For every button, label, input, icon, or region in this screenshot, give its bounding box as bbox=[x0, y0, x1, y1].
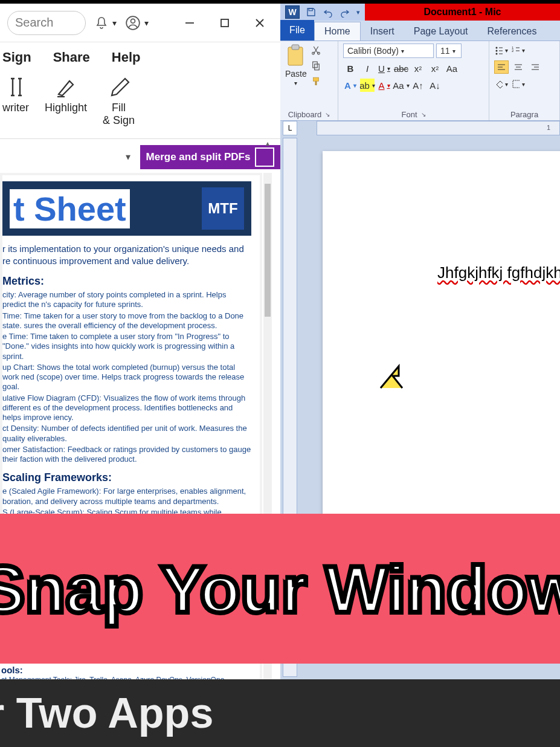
maximize-button[interactable] bbox=[211, 10, 238, 36]
fill-sign-tool[interactable]: Fill & Sign bbox=[103, 75, 135, 127]
strikethrough-button[interactable]: abc bbox=[394, 62, 408, 75]
borders-button[interactable] bbox=[511, 77, 526, 91]
horizontal-ruler[interactable]: 1 bbox=[317, 121, 560, 135]
page-title: t Sheet bbox=[10, 189, 130, 228]
group-label-font[interactable]: Font bbox=[343, 109, 484, 120]
pdf-toolstrip: writer Highlight Fill & Sign bbox=[0, 73, 280, 139]
shading-button[interactable] bbox=[494, 77, 509, 91]
group-clipboard: Paste ▾ Clipboard bbox=[280, 41, 338, 120]
text-effects-button[interactable]: A bbox=[343, 79, 358, 92]
italic-button[interactable]: I bbox=[360, 62, 375, 75]
banner-dropdown[interactable]: ▾ bbox=[126, 151, 130, 163]
save-icon[interactable] bbox=[306, 7, 317, 18]
bell-icon bbox=[94, 16, 109, 30]
align-right-button[interactable] bbox=[528, 60, 542, 74]
format-painter-icon[interactable] bbox=[311, 76, 321, 87]
clipboard-paste-icon bbox=[286, 44, 306, 68]
ruler-tick: 1 bbox=[547, 124, 550, 131]
tab-selector[interactable]: L bbox=[283, 121, 297, 135]
overlay-bottom-text: r Two Apps bbox=[0, 689, 213, 737]
scaling-item: e (Scaled Agile Framework): For large en… bbox=[2, 487, 251, 506]
mtf-badge: MTF bbox=[202, 187, 244, 230]
tab-references[interactable]: References bbox=[478, 22, 547, 40]
grow-font-button[interactable]: A↑ bbox=[411, 79, 425, 92]
change-case-button[interactable]: Aa bbox=[445, 62, 459, 75]
group-paragraph: 12 Paragra bbox=[489, 41, 560, 120]
section-heading-metrics: Metrics: bbox=[2, 275, 251, 288]
numbering-icon: 12 bbox=[512, 45, 520, 55]
minimize-button[interactable] bbox=[176, 10, 203, 36]
char-scale-button[interactable]: Aa bbox=[394, 79, 408, 92]
pdf-menubar: Sign Share Help bbox=[0, 42, 280, 73]
align-left-icon bbox=[497, 62, 506, 72]
overlay-banner-bottom: r Two Apps bbox=[0, 679, 560, 747]
word-titlebar: W ▾ Document1 - Mic bbox=[280, 4, 560, 21]
svg-rect-35 bbox=[513, 80, 520, 88]
tab-file[interactable]: File bbox=[280, 20, 314, 40]
search-input[interactable]: Search bbox=[7, 11, 86, 35]
account-button[interactable] bbox=[125, 15, 149, 31]
pdf-page-header: t Sheet MTF bbox=[2, 181, 251, 236]
menu-share[interactable]: Share bbox=[53, 50, 90, 65]
bullets-icon bbox=[495, 45, 503, 55]
undo-icon[interactable] bbox=[323, 7, 333, 18]
numbering-button[interactable]: 12 bbox=[511, 44, 526, 57]
scroll-up-button[interactable]: ▴ bbox=[263, 139, 272, 147]
highlight-color-button[interactable]: ab bbox=[360, 79, 375, 92]
subscript-button[interactable]: x2 bbox=[411, 62, 425, 75]
maximize-icon bbox=[219, 18, 230, 28]
section-heading-scaling: Scaling Frameworks: bbox=[2, 471, 251, 484]
close-icon bbox=[254, 18, 265, 28]
menu-sign[interactable]: Sign bbox=[2, 50, 31, 65]
tab-page-layout[interactable]: Page Layout bbox=[404, 22, 478, 40]
copy-icon[interactable] bbox=[311, 60, 321, 71]
align-center-button[interactable] bbox=[511, 60, 526, 74]
ribbon-tabs: File Home Insert Page Layout References bbox=[280, 21, 560, 41]
underline-button[interactable]: U bbox=[377, 62, 391, 75]
merge-split-banner[interactable]: Merge and split PDFs bbox=[140, 145, 280, 169]
redo-icon[interactable] bbox=[340, 7, 350, 18]
tab-insert[interactable]: Insert bbox=[361, 22, 404, 40]
qat-customize[interactable]: ▾ bbox=[356, 8, 360, 16]
shrink-font-button[interactable]: A↓ bbox=[428, 79, 442, 92]
metric-item: ct Density: Number of defects identified… bbox=[2, 424, 251, 444]
typewriter-tool[interactable]: writer bbox=[2, 75, 29, 114]
metric-item: e Time: Time taken to complete a user st… bbox=[2, 332, 251, 361]
metric-item: omer Satisfaction: Feedback or ratings p… bbox=[2, 445, 251, 465]
close-button[interactable] bbox=[246, 10, 273, 36]
metric-item: Time: Time taken for a user story to mov… bbox=[2, 311, 251, 331]
paste-button[interactable]: Paste ▾ bbox=[285, 44, 307, 87]
tool-label: Highlight bbox=[45, 102, 87, 114]
font-size-combo[interactable]: 11 bbox=[436, 44, 462, 58]
cut-icon[interactable] bbox=[311, 45, 321, 56]
align-left-button[interactable] bbox=[494, 60, 509, 74]
highlight-tool[interactable]: Highlight bbox=[45, 75, 87, 114]
svg-rect-12 bbox=[313, 62, 318, 68]
borders-icon bbox=[512, 79, 520, 89]
group-label-paragraph: Paragra bbox=[494, 109, 555, 120]
bullets-button[interactable] bbox=[494, 44, 509, 57]
typed-text: Jhfgkjhfkj fgfhdjkh bbox=[437, 264, 560, 282]
paint-bucket-icon bbox=[495, 79, 503, 89]
align-center-icon bbox=[513, 62, 523, 72]
menu-help[interactable]: Help bbox=[112, 50, 141, 65]
svg-point-10 bbox=[312, 52, 315, 54]
font-name-combo[interactable]: Calibri (Body) bbox=[343, 44, 434, 58]
doc-intro: r its implementation to your organizatio… bbox=[2, 243, 251, 267]
font-color-button[interactable]: A bbox=[377, 79, 391, 92]
group-label-clipboard[interactable]: Clipboard bbox=[285, 109, 333, 120]
group-font: Calibri (Body) 11 B I U abc x2 x2 Aa A a… bbox=[338, 41, 489, 120]
word-logo-icon: W bbox=[285, 5, 300, 19]
superscript-button[interactable]: x2 bbox=[428, 62, 442, 75]
minimize-icon bbox=[184, 18, 195, 28]
user-circle-icon bbox=[125, 15, 141, 31]
tab-home[interactable]: Home bbox=[314, 22, 361, 40]
bold-button[interactable]: B bbox=[343, 62, 358, 75]
notifications-button[interactable] bbox=[94, 16, 117, 30]
overlay-main-text: Snap Your Window bbox=[0, 551, 560, 627]
section-heading-tools: ools: bbox=[0, 664, 260, 675]
window-title: Document1 - Mic bbox=[365, 4, 560, 21]
metric-item: city: Average number of story points com… bbox=[2, 290, 251, 310]
quick-access-toolbar: W ▾ bbox=[280, 5, 365, 19]
text-cursor-icon bbox=[4, 75, 28, 99]
